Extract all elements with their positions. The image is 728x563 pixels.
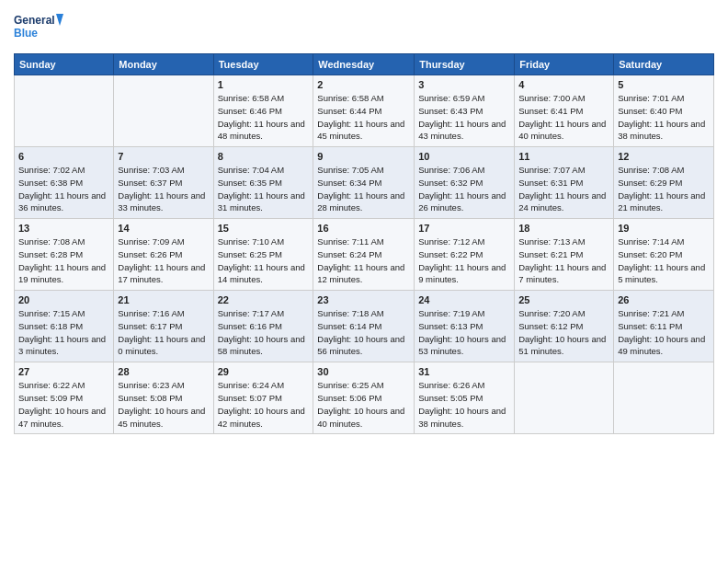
day-info: Sunrise: 6:58 AM Sunset: 6:46 PM Dayligh… <box>218 92 310 143</box>
day-number: 20 <box>18 294 109 305</box>
svg-text:Blue: Blue <box>14 27 38 40</box>
calendar-row-1: 6Sunrise: 7:02 AM Sunset: 6:38 PM Daylig… <box>15 147 714 219</box>
day-number: 31 <box>418 366 510 377</box>
day-number: 15 <box>218 223 310 234</box>
day-number: 9 <box>317 151 410 162</box>
day-number: 26 <box>618 294 710 305</box>
calendar-cell: 2Sunrise: 6:58 AM Sunset: 6:44 PM Daylig… <box>313 75 415 147</box>
weekday-header-sunday: Sunday <box>15 54 114 75</box>
day-number: 3 <box>418 79 510 90</box>
day-number: 13 <box>18 223 109 234</box>
page: General Blue SundayMondayTuesdayWednesda… <box>0 0 728 563</box>
calendar-cell: 22Sunrise: 7:17 AM Sunset: 6:16 PM Dayli… <box>213 291 313 362</box>
day-number: 19 <box>618 223 710 234</box>
day-info: Sunrise: 7:12 AM Sunset: 6:22 PM Dayligh… <box>418 236 510 286</box>
weekday-header-tuesday: Tuesday <box>213 54 313 75</box>
day-number: 21 <box>118 294 209 305</box>
calendar-cell: 12Sunrise: 7:08 AM Sunset: 6:29 PM Dayli… <box>614 147 714 219</box>
svg-marker-2 <box>56 14 63 26</box>
calendar-row-2: 13Sunrise: 7:08 AM Sunset: 6:28 PM Dayli… <box>15 219 714 291</box>
day-info: Sunrise: 7:06 AM Sunset: 6:32 PM Dayligh… <box>418 164 510 214</box>
day-info: Sunrise: 7:09 AM Sunset: 6:26 PM Dayligh… <box>118 236 209 286</box>
day-number: 22 <box>218 294 310 305</box>
weekday-header-row: SundayMondayTuesdayWednesdayThursdayFrid… <box>15 54 714 75</box>
calendar-cell: 19Sunrise: 7:14 AM Sunset: 6:20 PM Dayli… <box>614 219 714 291</box>
weekday-header-monday: Monday <box>114 54 213 75</box>
weekday-header-friday: Friday <box>515 54 614 75</box>
calendar-cell: 9Sunrise: 7:05 AM Sunset: 6:34 PM Daylig… <box>313 147 415 219</box>
calendar-cell: 14Sunrise: 7:09 AM Sunset: 6:26 PM Dayli… <box>114 219 213 291</box>
day-info: Sunrise: 7:16 AM Sunset: 6:17 PM Dayligh… <box>118 307 209 358</box>
day-info: Sunrise: 7:10 AM Sunset: 6:25 PM Dayligh… <box>218 236 310 286</box>
day-info: Sunrise: 7:01 AM Sunset: 6:40 PM Dayligh… <box>618 92 710 143</box>
day-info: Sunrise: 7:19 AM Sunset: 6:13 PM Dayligh… <box>418 307 510 358</box>
day-number: 4 <box>518 79 609 90</box>
calendar-cell <box>114 75 213 147</box>
day-number: 30 <box>317 366 410 377</box>
calendar-cell: 20Sunrise: 7:15 AM Sunset: 6:18 PM Dayli… <box>15 291 114 362</box>
day-info: Sunrise: 7:21 AM Sunset: 6:11 PM Dayligh… <box>618 307 710 358</box>
calendar-cell: 23Sunrise: 7:18 AM Sunset: 6:14 PM Dayli… <box>313 291 415 362</box>
day-number: 1 <box>218 79 310 90</box>
calendar-cell: 17Sunrise: 7:12 AM Sunset: 6:22 PM Dayli… <box>415 219 515 291</box>
day-number: 29 <box>218 366 310 377</box>
weekday-header-saturday: Saturday <box>614 54 714 75</box>
calendar-cell: 1Sunrise: 6:58 AM Sunset: 6:46 PM Daylig… <box>213 75 313 147</box>
day-info: Sunrise: 6:25 AM Sunset: 5:06 PM Dayligh… <box>317 379 410 430</box>
calendar-cell: 6Sunrise: 7:02 AM Sunset: 6:38 PM Daylig… <box>15 147 114 219</box>
calendar-row-3: 20Sunrise: 7:15 AM Sunset: 6:18 PM Dayli… <box>15 291 714 362</box>
calendar-row-0: 1Sunrise: 6:58 AM Sunset: 6:46 PM Daylig… <box>15 75 714 147</box>
calendar-cell: 26Sunrise: 7:21 AM Sunset: 6:11 PM Dayli… <box>614 291 714 362</box>
calendar-cell: 10Sunrise: 7:06 AM Sunset: 6:32 PM Dayli… <box>415 147 515 219</box>
day-number: 16 <box>317 223 410 234</box>
day-number: 2 <box>317 79 410 90</box>
day-number: 17 <box>418 223 510 234</box>
calendar-cell: 5Sunrise: 7:01 AM Sunset: 6:40 PM Daylig… <box>614 75 714 147</box>
calendar-cell <box>15 75 114 147</box>
calendar-cell <box>515 362 614 434</box>
day-number: 8 <box>218 151 310 162</box>
day-number: 10 <box>418 151 510 162</box>
calendar-cell: 31Sunrise: 6:26 AM Sunset: 5:05 PM Dayli… <box>415 362 515 434</box>
day-info: Sunrise: 7:05 AM Sunset: 6:34 PM Dayligh… <box>317 164 410 214</box>
day-info: Sunrise: 6:22 AM Sunset: 5:09 PM Dayligh… <box>18 379 109 430</box>
day-info: Sunrise: 7:15 AM Sunset: 6:18 PM Dayligh… <box>18 307 109 358</box>
logo: General Blue <box>14 9 64 46</box>
calendar-cell: 8Sunrise: 7:04 AM Sunset: 6:35 PM Daylig… <box>213 147 313 219</box>
logo-svg: General Blue <box>14 9 64 46</box>
calendar-cell: 16Sunrise: 7:11 AM Sunset: 6:24 PM Dayli… <box>313 219 415 291</box>
day-info: Sunrise: 7:03 AM Sunset: 6:37 PM Dayligh… <box>118 164 209 214</box>
calendar-row-4: 27Sunrise: 6:22 AM Sunset: 5:09 PM Dayli… <box>15 362 714 434</box>
day-info: Sunrise: 7:14 AM Sunset: 6:20 PM Dayligh… <box>618 236 710 286</box>
calendar-cell: 24Sunrise: 7:19 AM Sunset: 6:13 PM Dayli… <box>415 291 515 362</box>
day-info: Sunrise: 7:11 AM Sunset: 6:24 PM Dayligh… <box>317 236 410 286</box>
weekday-header-thursday: Thursday <box>415 54 515 75</box>
day-number: 28 <box>118 366 209 377</box>
day-number: 11 <box>518 151 609 162</box>
calendar-cell: 25Sunrise: 7:20 AM Sunset: 6:12 PM Dayli… <box>515 291 614 362</box>
calendar-cell: 7Sunrise: 7:03 AM Sunset: 6:37 PM Daylig… <box>114 147 213 219</box>
svg-text:General: General <box>14 14 55 27</box>
day-info: Sunrise: 6:58 AM Sunset: 6:44 PM Dayligh… <box>317 92 410 143</box>
day-number: 24 <box>418 294 510 305</box>
calendar-cell: 21Sunrise: 7:16 AM Sunset: 6:17 PM Dayli… <box>114 291 213 362</box>
day-info: Sunrise: 7:17 AM Sunset: 6:16 PM Dayligh… <box>218 307 310 358</box>
day-info: Sunrise: 7:04 AM Sunset: 6:35 PM Dayligh… <box>218 164 310 214</box>
calendar-cell: 30Sunrise: 6:25 AM Sunset: 5:06 PM Dayli… <box>313 362 415 434</box>
day-info: Sunrise: 6:59 AM Sunset: 6:43 PM Dayligh… <box>418 92 510 143</box>
calendar-cell: 27Sunrise: 6:22 AM Sunset: 5:09 PM Dayli… <box>15 362 114 434</box>
day-number: 18 <box>518 223 609 234</box>
calendar-cell: 3Sunrise: 6:59 AM Sunset: 6:43 PM Daylig… <box>415 75 515 147</box>
calendar-cell: 29Sunrise: 6:24 AM Sunset: 5:07 PM Dayli… <box>213 362 313 434</box>
day-number: 7 <box>118 151 209 162</box>
day-info: Sunrise: 6:23 AM Sunset: 5:08 PM Dayligh… <box>118 379 209 430</box>
day-info: Sunrise: 6:24 AM Sunset: 5:07 PM Dayligh… <box>218 379 310 430</box>
header: General Blue <box>14 9 714 46</box>
day-info: Sunrise: 7:18 AM Sunset: 6:14 PM Dayligh… <box>317 307 410 358</box>
calendar-cell <box>614 362 714 434</box>
day-number: 25 <box>518 294 609 305</box>
weekday-header-wednesday: Wednesday <box>313 54 415 75</box>
calendar-cell: 15Sunrise: 7:10 AM Sunset: 6:25 PM Dayli… <box>213 219 313 291</box>
day-info: Sunrise: 6:26 AM Sunset: 5:05 PM Dayligh… <box>418 379 510 430</box>
day-number: 27 <box>18 366 109 377</box>
